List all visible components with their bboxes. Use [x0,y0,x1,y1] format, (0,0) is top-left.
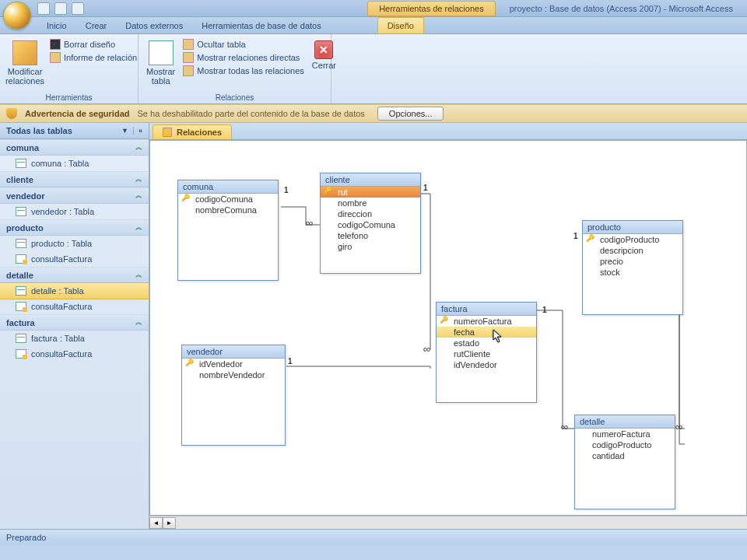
field-codigocomuna[interactable]: codigoComuna [178,194,278,205]
x-icon: ✕ [50,39,61,50]
qat-redo-icon[interactable] [72,2,84,15]
navgroup-producto[interactable]: producto︽ [0,219,149,236]
tablebox-vendedor[interactable]: vendedor idVendedor nombreVendedor [181,345,286,446]
field-numerofactura[interactable]: numeroFactura [575,429,675,439]
informe-relacion-button[interactable]: Informe de relación [50,52,137,63]
cardinality-one: 1 [423,184,428,192]
navitem-vendedor-tabla[interactable]: vendedor : Tabla [0,204,149,219]
navpane-dropdown-icon[interactable]: ▼ [121,127,128,135]
field-nombrecomuna[interactable]: nombreComuna [178,205,278,215]
navpane-collapse-icon[interactable]: « [133,127,142,135]
navgroup-comuna[interactable]: comuna︽ [0,139,149,156]
navitem-factura-consulta[interactable]: consultaFactura [0,346,149,362]
doctab-relaciones[interactable]: Relaciones [153,124,232,139]
all-rel-icon [183,65,194,76]
field-telefono[interactable]: telefono [321,230,420,241]
scroll-right-icon[interactable]: ► [163,517,176,529]
field-cantidad[interactable]: cantidad [575,450,675,461]
navgroup-producto-label: producto [6,223,44,233]
field-rut[interactable]: rut [321,187,420,198]
cerrar-button[interactable]: ✕ Cerrar [309,37,339,73]
ribbon: Modificar relaciones ✕Borrar diseño Info… [0,34,747,104]
borrar-diseno-button[interactable]: ✕Borrar diseño [50,39,137,50]
table-icon [16,159,26,168]
tab-herramientas-bd[interactable]: Herramientas de base de datos [192,18,330,33]
chevron-up-icon: ︽ [135,174,142,184]
navitem-producto-consulta[interactable]: consultaFactura [0,251,149,267]
tablebox-factura[interactable]: factura numeroFactura fecha estado rutCl… [436,302,537,403]
tablebox-header[interactable]: producto [583,221,682,234]
tab-crear[interactable]: Crear [76,18,117,33]
chevron-up-icon: ︽ [135,222,142,233]
security-options-button[interactable]: Opciones... [377,107,444,121]
navgroup-factura[interactable]: factura︽ [0,314,149,331]
modificar-relaciones-button[interactable]: Modificar relaciones [5,37,45,89]
tablebox-cliente[interactable]: cliente rut nombre direccion codigoComun… [320,173,421,274]
tablebox-producto[interactable]: producto codigoProducto descripcion prec… [582,220,683,315]
navitem-factura-tabla[interactable]: factura : Tabla [0,331,149,346]
quick-access-toolbar [37,2,84,15]
chevron-up-icon: ︽ [135,191,142,201]
table-icon [16,207,26,216]
scroll-left-icon[interactable]: ◄ [149,517,163,529]
field-giro[interactable]: giro [321,241,420,252]
field-descripcion[interactable]: descripcion [583,245,682,256]
field-direccion[interactable]: direccion [321,208,420,219]
query-icon [16,254,26,264]
group-rel-label: Relaciones [143,92,326,102]
field-fecha[interactable]: fecha [437,327,536,338]
navpane-header[interactable]: Todas las tablas ▼ « [0,123,149,139]
field-codigocomuna[interactable]: codigoComuna [321,219,420,230]
cerrar-label: Cerrar [312,61,336,70]
navgroup-cliente[interactable]: cliente︽ [0,171,149,187]
qat-undo-icon[interactable] [54,2,67,15]
relationships-icon [163,128,172,137]
navitem-detalle-consulta[interactable]: consultaFactura [0,299,149,314]
navitem-detalle-tabla[interactable]: detalle : Tabla [0,282,149,299]
qat-save-icon[interactable] [37,2,50,15]
office-button[interactable] [3,2,31,30]
tablebox-header[interactable]: detalle [575,415,675,429]
field-estado[interactable]: estado [437,338,536,348]
borrar-label: Borrar diseño [64,40,115,49]
field-codigoproducto[interactable]: codigoProducto [583,234,682,245]
tablebox-detalle[interactable]: detalle numeroFactura codigoProducto can… [574,415,675,509]
tablebox-header[interactable]: vendedor [182,345,285,359]
navitem-label: comuna : Tabla [31,159,89,168]
horizontal-scrollbar[interactable]: ◄ ► [149,516,747,529]
doctab-label: Relaciones [177,128,222,137]
field-rutcliente[interactable]: rutCliente [437,348,536,359]
mostrar-tabla-button[interactable]: Mostrar tabla [143,37,178,89]
field-codigoproducto[interactable]: codigoProducto [575,439,675,450]
navgroup-vendedor[interactable]: vendedor︽ [0,187,149,204]
field-nombre[interactable]: nombre [321,198,420,208]
security-title: Advertencia de seguridad [25,109,130,118]
field-idvendedor[interactable]: idVendedor [437,359,536,370]
tablebox-header[interactable]: comuna [178,180,278,194]
mostrar-directas-button[interactable]: Mostrar relaciones directas [183,52,304,63]
field-nombrevendedor[interactable]: nombreVendedor [182,369,285,380]
tablebox-header[interactable]: cliente [321,173,420,187]
relationships-canvas[interactable]: 1 ∞ 1 ∞ 1 1 ∞ ∞ 1 comuna codigoComuna no… [149,140,747,516]
query-icon [16,349,26,359]
ribbon-tab-strip: Inicio Crear Datos externos Herramientas… [0,17,747,34]
informe-label: Informe de relación [64,53,137,62]
tab-datos-externos[interactable]: Datos externos [116,18,192,33]
navitem-producto-tabla[interactable]: producto : Tabla [0,236,149,251]
navitem-label: vendedor : Tabla [31,207,94,216]
tablebox-header[interactable]: factura [437,303,536,316]
mostrar-todas-button[interactable]: Mostrar todas las relaciones [183,65,304,76]
navgroup-detalle[interactable]: detalle︽ [0,267,149,283]
pencil-icon [12,40,37,65]
field-idvendedor[interactable]: idVendedor [182,359,285,369]
field-precio[interactable]: precio [583,256,682,267]
tablebox-comuna[interactable]: comuna codigoComuna nombreComuna [177,180,279,281]
cardinality-one: 1 [284,186,289,194]
cardinality-one: 1 [573,232,578,240]
field-stock[interactable]: stock [583,267,682,278]
tab-diseno[interactable]: Diseño [377,17,424,33]
tab-inicio[interactable]: Inicio [37,18,76,33]
field-numerofactura[interactable]: numeroFactura [437,316,536,327]
navitem-comuna-tabla[interactable]: comuna : Tabla [0,156,149,171]
ocultar-tabla-button[interactable]: Ocultar tabla [183,39,304,50]
